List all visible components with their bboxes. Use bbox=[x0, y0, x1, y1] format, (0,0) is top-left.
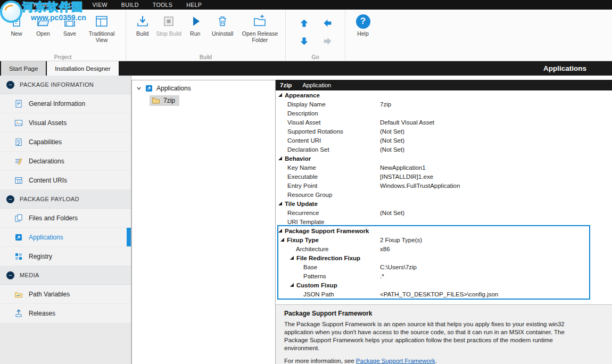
collapse-circle-icon[interactable]: – bbox=[6, 195, 14, 203]
sidebar-section-package-information[interactable]: – PACKAGE INFORMATION bbox=[0, 76, 131, 94]
menu-help[interactable]: HELP bbox=[179, 0, 209, 10]
expander-icon[interactable] bbox=[278, 156, 282, 160]
property-value[interactable]: x86 bbox=[380, 244, 390, 253]
run-button[interactable]: Run bbox=[182, 12, 208, 37]
property-row-uri-template[interactable]: URI Template bbox=[276, 217, 612, 226]
property-value[interactable]: (Not Set) bbox=[380, 208, 404, 217]
expander-icon[interactable] bbox=[280, 238, 284, 242]
expander-icon[interactable] bbox=[278, 93, 282, 97]
menu-tools[interactable]: TOOLS bbox=[146, 0, 179, 10]
chevron-down-icon[interactable] bbox=[136, 86, 142, 91]
property-row-custom-fixup[interactable]: Custom Fixup bbox=[276, 280, 612, 289]
tab-installation-designer[interactable]: Installation Designer bbox=[47, 61, 118, 76]
property-value[interactable]: 7zip bbox=[380, 100, 391, 109]
sidebar-section-media[interactable]: – MEDIA bbox=[0, 266, 131, 285]
stop-build-button-label: Stop Build bbox=[156, 30, 181, 37]
sidebar-item-content-uris[interactable]: Content URIs bbox=[0, 171, 131, 190]
property-row-tile-update[interactable]: Tile Update bbox=[276, 199, 612, 208]
property-value[interactable]: Default Visual Asset bbox=[380, 118, 434, 127]
property-value[interactable]: 2 Fixup Type(s) bbox=[380, 235, 422, 244]
property-value[interactable]: <PATH_TO_DESKTOP_FILES>\config.json bbox=[380, 289, 498, 299]
expander-icon[interactable] bbox=[290, 256, 294, 260]
menu-build[interactable]: BUILD bbox=[114, 0, 146, 10]
menu-bar: FILE HOME EDIT VIEW BUILD TOOLS HELP bbox=[0, 0, 612, 10]
property-value[interactable]: C:\Users\7zip bbox=[380, 262, 417, 271]
property-value[interactable]: (Not Set) bbox=[380, 127, 404, 136]
go-forward-button[interactable] bbox=[318, 34, 337, 48]
property-name: Executable bbox=[287, 172, 318, 181]
property-row-visual-asset[interactable]: Visual AssetDefault Visual Asset bbox=[276, 118, 612, 127]
collapse-circle-icon[interactable]: – bbox=[6, 271, 14, 279]
tree-selection[interactable]: 7zip bbox=[150, 95, 179, 106]
property-row-behavior[interactable]: Behavior bbox=[276, 154, 612, 163]
property-value[interactable]: Windows.FullTrustApplication bbox=[380, 181, 460, 190]
expander-icon[interactable] bbox=[278, 229, 282, 233]
save-button[interactable]: Save bbox=[56, 12, 83, 37]
property-row-base[interactable]: BaseC:\Users\7zip bbox=[276, 262, 612, 271]
menu-edit[interactable]: EDIT bbox=[58, 0, 86, 10]
property-row-supported-rotations[interactable]: Supported Rotations(Not Set) bbox=[276, 127, 612, 136]
property-row-declaration-set[interactable]: Declaration Set(Not Set) bbox=[276, 145, 612, 154]
sidebar-item-declarations[interactable]: Declarations bbox=[0, 152, 131, 171]
property-row-display-name[interactable]: Display Name7zip bbox=[276, 100, 612, 109]
uninstall-button[interactable]: Uninstall bbox=[208, 12, 236, 37]
sidebar-section-package-payload[interactable]: – PACKAGE PAYLOAD bbox=[0, 190, 131, 209]
go-down-button[interactable] bbox=[294, 34, 313, 48]
menu-home[interactable]: HOME bbox=[27, 0, 58, 10]
property-row-appearance[interactable]: Appearance bbox=[276, 90, 612, 100]
tree-node-applications[interactable]: Applications bbox=[132, 82, 275, 94]
property-row-executable[interactable]: Executable[INSTALLDIR]1.exe bbox=[276, 172, 612, 181]
open-release-folder-button[interactable]: Open Release Folder bbox=[237, 12, 283, 43]
psf-help-link[interactable]: Package Support Framework bbox=[356, 358, 435, 364]
tab-start-page[interactable]: Start Page bbox=[1, 61, 46, 76]
property-row-entry-point[interactable]: Entry PointWindows.FullTrustApplication bbox=[276, 181, 612, 190]
expander-icon[interactable] bbox=[278, 202, 282, 205]
sidebar-item-registry[interactable]: Registry bbox=[0, 247, 131, 266]
stop-build-icon bbox=[161, 14, 176, 29]
build-button[interactable]: Build bbox=[129, 12, 155, 37]
property-row-content-uri[interactable]: Content URI(Not Set) bbox=[276, 136, 612, 145]
property-row-recurrence[interactable]: Recurrence(Not Set) bbox=[276, 208, 612, 217]
property-row-fixup-type[interactable]: Fixup Type2 Fixup Type(s) bbox=[276, 235, 612, 244]
property-value[interactable]: .* bbox=[380, 271, 384, 280]
open-button[interactable]: Open bbox=[30, 12, 56, 37]
sidebar-item-releases[interactable]: Releases bbox=[0, 304, 131, 323]
tree-node-7zip[interactable]: 7zip bbox=[132, 95, 275, 106]
expander-icon[interactable] bbox=[290, 283, 294, 287]
property-row-description[interactable]: Description bbox=[276, 109, 612, 118]
sidebar-item-applications[interactable]: Applications bbox=[0, 228, 131, 247]
go-back-button[interactable] bbox=[318, 15, 337, 30]
new-button[interactable]: New bbox=[3, 12, 30, 37]
property-name: Declaration Set bbox=[287, 145, 329, 154]
build-icon bbox=[135, 14, 150, 29]
open-release-folder-icon bbox=[252, 14, 267, 29]
property-category-label: Tile Update bbox=[285, 201, 318, 207]
save-button-label: Save bbox=[63, 30, 76, 37]
property-value[interactable]: NewApplication1 bbox=[380, 163, 426, 172]
sidebar-item-label: Path Variables bbox=[29, 291, 70, 298]
help-button[interactable]: ? Help bbox=[349, 12, 377, 37]
go-up-button[interactable] bbox=[294, 15, 313, 30]
sidebar-item-capabilities[interactable]: Capabilities bbox=[0, 133, 131, 152]
menu-view[interactable]: VIEW bbox=[85, 0, 114, 10]
property-row-json-path[interactable]: JSON Path<PATH_TO_DESKTOP_FILES>\config.… bbox=[276, 289, 612, 299]
sidebar-item-visual-assets[interactable]: Visual Assets bbox=[0, 113, 131, 133]
sidebar-item-files-and-folders[interactable]: Files and Folders bbox=[0, 209, 131, 228]
stop-build-button[interactable]: Stop Build bbox=[155, 12, 181, 37]
collapse-circle-icon[interactable]: – bbox=[6, 81, 14, 89]
sidebar-item-general-information[interactable]: General Information bbox=[0, 94, 131, 113]
property-row-architecture[interactable]: Architecturex86 bbox=[276, 244, 612, 253]
property-value[interactable]: (Not Set) bbox=[380, 136, 404, 145]
property-value[interactable]: (Not Set) bbox=[380, 145, 404, 154]
property-row-resource-group[interactable]: Resource Group bbox=[276, 190, 612, 199]
property-value[interactable]: [INSTALLDIR]1.exe bbox=[380, 172, 433, 181]
traditional-view-button[interactable]: Traditional View bbox=[83, 12, 120, 43]
menu-file[interactable]: FILE bbox=[0, 0, 27, 10]
sidebar-item-path-variables[interactable]: Path Variables bbox=[0, 285, 131, 304]
property-row-key-name[interactable]: Key NameNewApplication1 bbox=[276, 163, 612, 172]
help-more-prefix: For more information, see bbox=[284, 358, 356, 364]
property-name: Resource Group bbox=[287, 190, 332, 199]
property-row-package-support-framework[interactable]: Package Support Framework bbox=[276, 226, 612, 235]
property-row-patterns[interactable]: Patterns.* bbox=[276, 271, 612, 280]
property-row-file-redirection-fixup[interactable]: File Redirection Fixup bbox=[276, 253, 612, 262]
